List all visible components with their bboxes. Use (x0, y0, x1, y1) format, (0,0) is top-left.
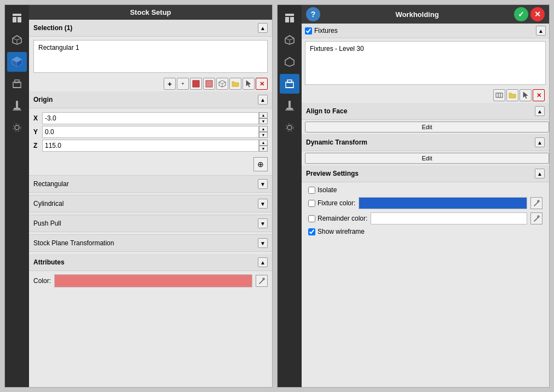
preview-settings-header[interactable]: Preview Settings ▲ (302, 165, 549, 182)
fixture-color-pick-btn[interactable] (530, 197, 543, 209)
crosshair-btn[interactable]: ⊕ (253, 157, 268, 171)
origin-header[interactable]: Origin ▲ (29, 91, 272, 108)
z-input[interactable] (42, 140, 259, 152)
stock-color-pick-btn[interactable] (256, 275, 268, 287)
tool2-icon (284, 100, 296, 112)
fixtures-folder-btn[interactable] (506, 89, 518, 101)
fixtures-edit-btn[interactable] (493, 89, 505, 101)
fixtures-checkbox[interactable] (305, 27, 312, 34)
remainder-color-pick-btn[interactable] (530, 212, 543, 224)
remainder-color-text: Remainder color: (318, 215, 367, 222)
push-pull-row[interactable]: Push Pull ▼ (29, 215, 272, 232)
rectangular-collapse[interactable]: ▼ (258, 179, 268, 189)
isolate-checkbox[interactable] (308, 187, 315, 194)
y-input[interactable] (42, 126, 259, 138)
right-sidebar-icon-3[interactable] (280, 52, 299, 72)
isolate-row: Isolate (305, 185, 546, 195)
svg-rect-0 (13, 14, 21, 16)
3d-box-btn[interactable] (216, 78, 228, 90)
color-label: Color: (33, 277, 51, 285)
sidebar-icon-2[interactable] (7, 30, 27, 50)
stock-plane-collapse[interactable]: ▼ (258, 238, 268, 248)
fixtures-delete-btn[interactable]: ✕ (533, 89, 545, 101)
selection-header[interactable]: Selection (1) ▲ (29, 20, 272, 37)
x-input[interactable] (42, 112, 259, 124)
cylindrical-row[interactable]: Cylindrical ▼ (29, 195, 272, 212)
z-spin-up[interactable]: ▲ (259, 140, 268, 146)
y-spin-down[interactable]: ▼ (259, 132, 268, 138)
delete-btn[interactable]: ✕ (256, 78, 268, 90)
isolate-label[interactable]: Isolate (308, 186, 337, 194)
dynamic-edit-btn[interactable]: Edit (305, 153, 549, 164)
selection-item[interactable]: Rectangular 1 (36, 43, 265, 53)
sidebar-icon-6[interactable] (7, 118, 27, 137)
dynamic-transform-header[interactable]: Dynamic Transform ▲ (302, 134, 549, 151)
fixture-color-swatch[interactable] (359, 197, 527, 209)
remainder-color-checkbox[interactable] (308, 215, 315, 222)
origin-collapse-btn[interactable]: ▲ (258, 95, 268, 105)
fixture-color-checkbox[interactable] (308, 200, 315, 207)
sidebar-icon-4[interactable] (7, 74, 27, 94)
rectangular-row[interactable]: Rectangular ▼ (29, 175, 272, 193)
add-btn[interactable]: + (164, 78, 176, 90)
cancel-btn[interactable]: ✕ (530, 7, 545, 21)
sidebar-icon-1[interactable] (7, 8, 27, 28)
right-sidebar-icon-6[interactable] (280, 118, 299, 137)
sidebar-icon-3[interactable] (7, 52, 27, 72)
svg-rect-20 (206, 80, 212, 87)
fixtures-header[interactable]: Fixtures ▲ (302, 24, 549, 38)
fixtures-item[interactable]: Fixtures - Level 30 (308, 44, 543, 54)
align-edit-btn[interactable]: Edit (305, 122, 549, 132)
x-spin-up[interactable]: ▲ (259, 112, 268, 118)
preview-section: Isolate Fixture color: (302, 182, 549, 239)
y-spin-up[interactable]: ▲ (259, 126, 268, 132)
right-title-bar: ? Workholding ✓ ✕ (302, 5, 549, 24)
y-coord-row: Y ▲ ▼ (33, 126, 268, 138)
svg-rect-19 (193, 80, 199, 87)
svg-rect-27 (285, 17, 289, 22)
fixtures-cursor-btn[interactable] (520, 89, 532, 101)
settings2-icon (284, 122, 296, 134)
preview-collapse-btn[interactable]: ▲ (535, 169, 545, 178)
rectangular-label: Rectangular (33, 180, 69, 188)
preview-settings-label: Preview Settings (306, 170, 359, 177)
svg-point-17 (15, 125, 19, 130)
dynamic-collapse-btn[interactable]: ▲ (535, 137, 545, 147)
cylindrical-collapse[interactable]: ▼ (258, 199, 268, 209)
right-sidebar-icon-2[interactable] (280, 30, 299, 50)
show-wireframe-text: Show wireframe (318, 228, 365, 235)
svg-rect-35 (287, 80, 292, 83)
fixtures-collapse-btn[interactable]: ▲ (536, 26, 546, 36)
fixture2-icon (284, 78, 296, 90)
red-box-btn[interactable] (190, 78, 202, 90)
align-to-face-header[interactable]: Align to Face ▲ (302, 103, 549, 120)
remainder-color-swatch[interactable] (371, 212, 527, 224)
right-sidebar-icon-1[interactable] (280, 8, 299, 28)
sidebar-icon-5[interactable] (7, 96, 27, 116)
svg-line-23 (222, 82, 226, 84)
align-collapse-btn[interactable]: ▲ (535, 106, 545, 116)
cylindrical-label: Cylindrical (33, 200, 64, 207)
svg-rect-28 (290, 17, 294, 22)
stock-plane-row[interactable]: Stock Plane Transformation ▼ (29, 234, 272, 252)
show-wireframe-label[interactable]: Show wireframe (308, 228, 365, 235)
show-wireframe-checkbox[interactable] (308, 228, 315, 235)
x-spin-down[interactable]: ▼ (259, 118, 268, 124)
right-sidebar-icon-4[interactable] (280, 74, 299, 94)
folder-btn[interactable] (229, 78, 241, 90)
help-btn[interactable]: ? (306, 7, 320, 21)
push-pull-collapse[interactable]: ▼ (258, 218, 268, 228)
x-coord-row: X ▲ ▼ (33, 112, 268, 124)
attributes-header[interactable]: Attributes ▲ (29, 254, 272, 271)
remainder-color-label: Remainder color: (308, 215, 367, 222)
ok-btn[interactable]: ✓ (514, 7, 528, 21)
stock-color-swatch[interactable] (54, 274, 252, 287)
selection-collapse-btn[interactable]: ▲ (258, 23, 268, 33)
cursor-btn[interactable] (243, 78, 255, 90)
right-sidebar-icon-5[interactable] (280, 96, 299, 116)
add-sub-btn[interactable]: + (177, 78, 189, 90)
pink-box-btn[interactable] (203, 78, 215, 90)
z-spin-down[interactable]: ▼ (259, 146, 268, 152)
attributes-collapse[interactable]: ▲ (258, 257, 268, 267)
right-content: ? Workholding ✓ ✕ Fixtures ▲ Fixtures - … (302, 5, 549, 387)
